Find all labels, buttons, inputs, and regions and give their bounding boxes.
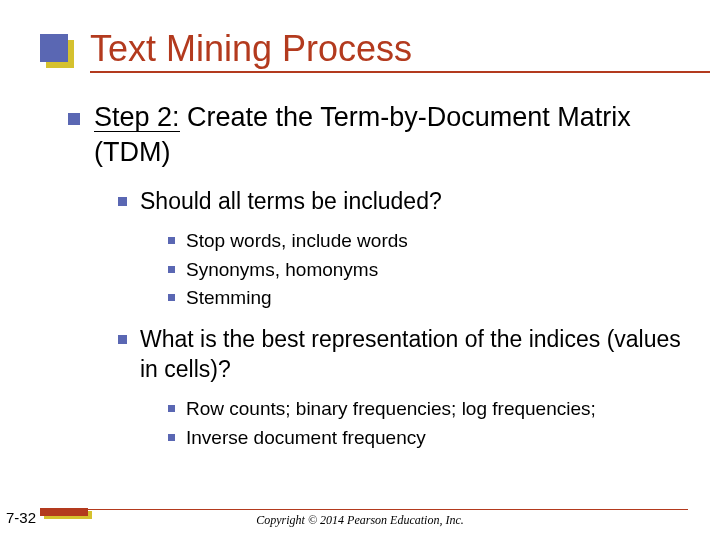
title-underline [90,71,710,73]
slide-title: Text Mining Process [90,28,680,69]
q1-item-a: Stop words, include words [186,230,408,251]
q2-item-a: Row counts; binary frequencies; log freq… [186,398,596,419]
content-area: Step 2: Create the Term-by-Document Matr… [68,100,688,464]
q1-item-b: Synonyms, homonyms [186,259,378,280]
bullet-level-2: Should all terms be included? Stop words… [118,187,688,450]
bullet-level-3: Stop words, include words Synonyms, homo… [168,229,688,311]
list-item: Step 2: Create the Term-by-Document Matr… [68,100,688,450]
list-item: Inverse document frequency [168,426,688,451]
list-item: Row counts; binary frequencies; log freq… [168,397,688,422]
list-item: Stop words, include words [168,229,688,254]
list-item: Stemming [168,286,688,311]
list-item: Synonyms, homonyms [168,258,688,283]
logo-icon [40,34,78,72]
list-item: What is the best representation of the i… [118,325,688,450]
copyright-text: Copyright © 2014 Pearson Education, Inc. [0,513,720,528]
q2-item-b: Inverse document frequency [186,427,426,448]
footer-divider [88,509,688,511]
bullet-level-1: Step 2: Create the Term-by-Document Matr… [68,100,688,450]
bullet-level-3: Row counts; binary frequencies; log freq… [168,397,688,450]
question-1: Should all terms be included? [140,187,688,217]
step-heading: Step 2: Create the Term-by-Document Matr… [94,100,688,169]
title-block: Text Mining Process [40,28,680,73]
slide: Text Mining Process Step 2: Create the T… [0,0,720,540]
step-label: Step 2: [94,104,180,132]
question-2: What is the best representation of the i… [140,325,688,385]
list-item: Should all terms be included? Stop words… [118,187,688,311]
q1-item-c: Stemming [186,287,272,308]
